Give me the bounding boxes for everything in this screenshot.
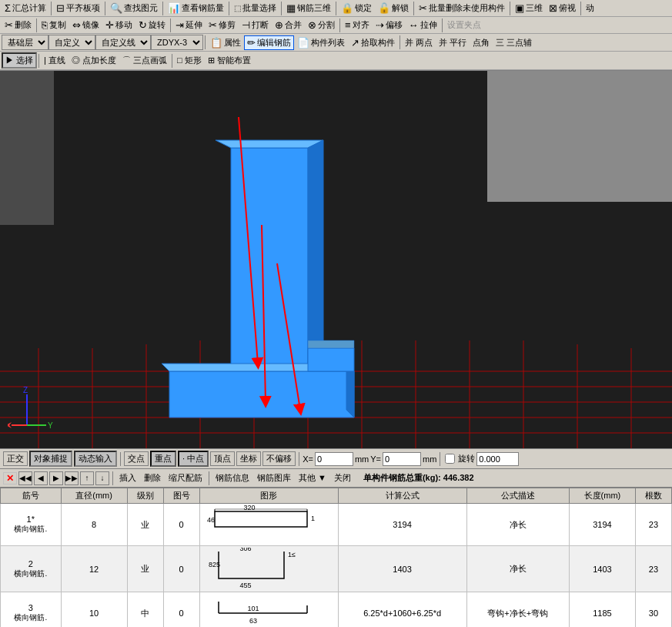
btn-anim[interactable]: 动	[583, 1, 597, 15]
btn-find-element[interactable]: 🔍查找图元	[107, 1, 161, 15]
zdyx-select[interactable]: ZDYX-3	[151, 35, 203, 50]
sep-status1	[120, 452, 121, 466]
btn-flat-board[interactable]: ⊟平齐板项	[53, 1, 103, 15]
btn-rebar-3d[interactable]: ▦钢筋三维	[283, 1, 334, 15]
btn-break[interactable]: ⊣打断	[239, 18, 272, 32]
btn-dynamic-input[interactable]: 动态输入	[74, 451, 117, 467]
btn-point-length[interactable]: ◎ 点加长度	[69, 53, 119, 68]
btn-scale-rebar[interactable]: 缩尺配筋	[165, 471, 206, 485]
viewport-3d[interactable]: Z Y	[0, 71, 672, 448]
btn-stretch[interactable]: ↔拉伸	[406, 18, 440, 32]
svg-text:Z: Z	[23, 387, 28, 394]
sep-status3	[440, 452, 440, 466]
btn-mirror[interactable]: ⇔镜像	[69, 18, 102, 32]
btn-up[interactable]: ↑	[80, 471, 94, 485]
btn-select[interactable]: ▶ 选择	[2, 52, 37, 69]
btn-close-rebar[interactable]: ✕	[3, 472, 17, 484]
btn-summary-calc[interactable]: Σ汇总计算	[2, 1, 49, 15]
btn-point-angle[interactable]: 点角	[470, 35, 493, 50]
btn-pick-component[interactable]: ↗拾取构件	[348, 35, 398, 50]
btn-align[interactable]: ≡对齐	[342, 18, 373, 32]
cell-diam-1: 8	[61, 504, 127, 546]
btn-object-snap[interactable]: 对象捕捉	[29, 451, 72, 467]
btn-intersection[interactable]: 交点	[124, 451, 149, 466]
svg-text:320: 320	[244, 505, 256, 511]
btn-set-grip[interactable]: 设置夹点	[444, 18, 484, 32]
btn-3d-view[interactable]: ▣三维	[512, 1, 546, 15]
btn-no-offset[interactable]: 不偏移	[262, 451, 296, 466]
btn-midpoint-snap[interactable]: 重点	[150, 451, 176, 467]
btn-move[interactable]: ✛移动	[102, 18, 135, 32]
cell-shape-2: 306 825 455 1≤	[199, 546, 338, 592]
btn-offset[interactable]: ⇢偏移	[373, 18, 406, 32]
btn-edit-rebar[interactable]: ✏编辑钢筋	[244, 35, 294, 50]
btn-split[interactable]: ⊗分割	[305, 18, 338, 32]
btn-coord[interactable]: 坐标	[236, 451, 261, 466]
btn-rebar-info[interactable]: 钢筋信息	[212, 471, 252, 485]
x-label: X=	[303, 454, 313, 464]
btn-center-snap[interactable]: · 中点	[178, 451, 209, 467]
btn-delete[interactable]: ✂删除	[2, 18, 35, 32]
btn-extend[interactable]: ⇥延伸	[172, 18, 206, 32]
rotate-label: 旋转	[458, 453, 475, 464]
btn-view-rebar[interactable]: 📊查看钢筋量	[165, 1, 227, 15]
btn-lock[interactable]: 🔒锁定	[338, 1, 375, 15]
btn-vertex-snap[interactable]: 顶点	[210, 451, 235, 466]
btn-ortho[interactable]: 正交	[3, 451, 28, 466]
col-header-count: 根数	[635, 488, 671, 504]
rotate-input[interactable]	[476, 452, 519, 466]
layer-select[interactable]: 基础层	[2, 35, 48, 50]
sep2	[105, 2, 105, 15]
btn-close[interactable]: 关闭	[331, 471, 354, 485]
table-row[interactable]: 3 横向钢筋. 10 中 0 101 63	[1, 592, 672, 628]
btn-component-list[interactable]: 📄构件列表	[294, 35, 348, 50]
btn-three-point[interactable]: 三 三点辅	[493, 35, 535, 50]
custom-select1[interactable]: 自定义	[48, 35, 95, 50]
table-row[interactable]: 1* 横向钢筋. 8 业 0 320 1 46	[1, 504, 672, 546]
toolbar-row-2: ✂删除 ⎘复制 ⇔镜像 ✛移动 ↻旋转 ⇥延伸 ✂修剪 ⊣打断 ⊕合并 ⊗分割 …	[0, 17, 672, 34]
btn-unlock[interactable]: 🔓解锁	[375, 1, 412, 15]
btn-three-arc[interactable]: ⌒ 三点画弧	[119, 53, 170, 68]
btn-down[interactable]: ↓	[95, 471, 109, 485]
cell-length-2: 1403	[569, 546, 635, 592]
cell-id-2: 2 横向钢筋.	[1, 546, 62, 592]
btn-batch-delete[interactable]: ✂批量删除未使用构件	[416, 1, 508, 15]
btn-next[interactable]: ▶	[49, 471, 63, 485]
btn-smart-layout[interactable]: ⊞ 智能布置	[205, 53, 254, 68]
btn-delete-row[interactable]: 删除	[141, 471, 164, 485]
toolbar-row-3: 基础层 自定义 自定义线 ZDYX-3 📋属性 ✏编辑钢筋 📄构件列表 ↗拾取构…	[0, 34, 672, 52]
btn-property[interactable]: 📋属性	[207, 35, 244, 50]
sep-status2	[299, 452, 299, 466]
btn-insert-row[interactable]: 插入	[116, 471, 139, 485]
btn-other[interactable]: 其他 ▼	[296, 471, 329, 485]
btn-line[interactable]: | 直线	[41, 53, 69, 68]
cell-grade-2: 业	[127, 546, 163, 592]
btn-first[interactable]: ◀◀	[18, 471, 32, 485]
y-input[interactable]	[383, 452, 421, 466]
cell-shape-3: 101 63	[199, 592, 338, 628]
cell-length-1: 3194	[569, 504, 635, 546]
btn-prev[interactable]: ◀	[34, 471, 48, 485]
btn-rebar-lib[interactable]: 钢筋图库	[254, 471, 294, 485]
btn-last[interactable]: ▶▶	[65, 471, 79, 485]
svg-marker-20	[169, 371, 354, 417]
btn-parallel[interactable]: 并 平行	[436, 35, 470, 50]
btn-two-point[interactable]: 并 两点	[402, 35, 436, 50]
table-row[interactable]: 2 横向钢筋. 12 业 0 306 825 455 1≤	[1, 546, 672, 592]
status-bar: 正交 对象捕捉 动态输入 交点 重点 · 中点 顶点 坐标 不偏移 X= mm …	[0, 448, 672, 469]
svg-marker-24	[308, 340, 354, 348]
btn-copy[interactable]: ⎘复制	[38, 18, 69, 32]
y-unit: mm	[423, 454, 436, 464]
btn-rotate[interactable]: ↻旋转	[135, 18, 169, 32]
custom-line-select[interactable]: 自定义线	[95, 35, 151, 50]
cell-length-3: 1185	[569, 592, 635, 628]
btn-trim[interactable]: ✂修剪	[206, 18, 239, 32]
sep3	[162, 2, 163, 15]
btn-rect[interactable]: □ 矩形	[174, 53, 205, 68]
x-input[interactable]	[315, 452, 353, 466]
rebar-table: 筋号 直径(mm) 级别 图号 图形 计算公式 公式描述 长度(mm) 根数 1…	[0, 488, 672, 627]
btn-top-view[interactable]: ⊠俯视	[546, 1, 579, 15]
btn-batch-select[interactable]: ⬚批量选择	[231, 1, 279, 15]
btn-merge[interactable]: ⊕合并	[272, 18, 305, 32]
rotate-checkbox[interactable]	[445, 454, 455, 464]
